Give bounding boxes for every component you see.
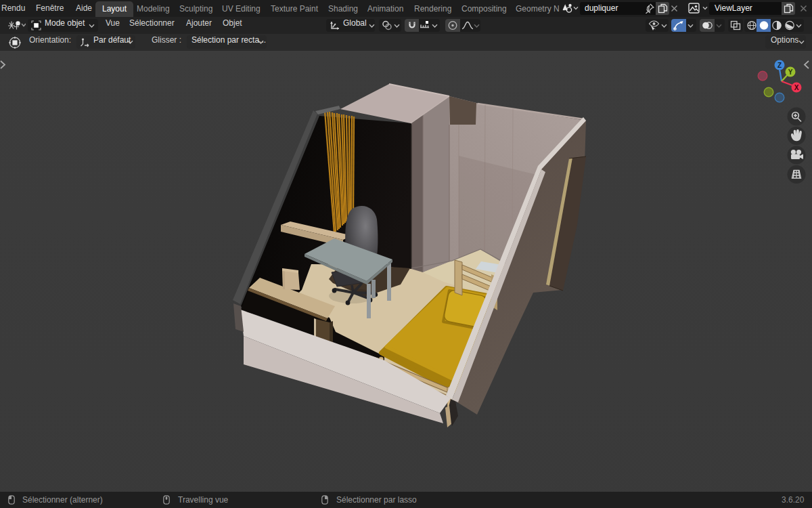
svg-text:X: X xyxy=(794,84,799,91)
svg-text:Z: Z xyxy=(777,62,782,69)
svg-text:Y: Y xyxy=(788,68,793,76)
